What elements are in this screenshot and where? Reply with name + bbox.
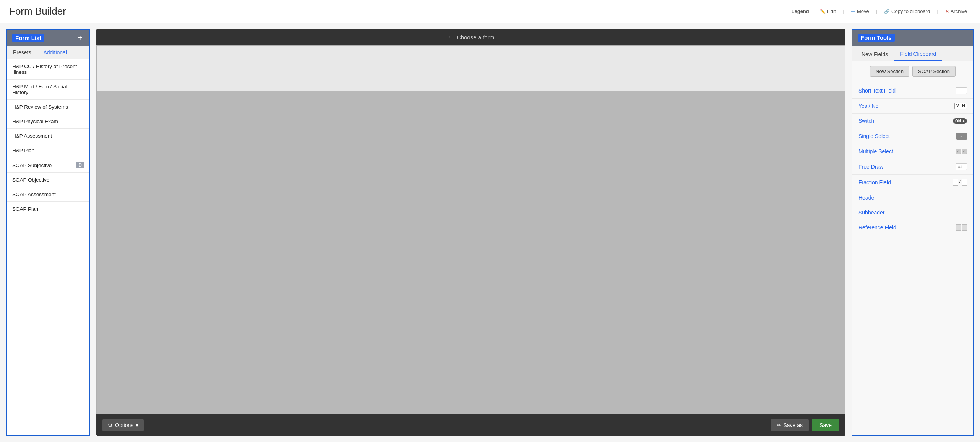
list-item-label: SOAP Assessment <box>12 192 56 197</box>
switch-icon: ON <box>953 118 967 124</box>
app-header: Form Builder Legend: Edit | Move | Copy … <box>0 0 980 23</box>
legend-sep-1: | <box>843 8 844 14</box>
legend-sep-3: | <box>937 8 938 14</box>
legend-clipboard-label: Copy to clipboard <box>891 8 930 14</box>
tab-additional[interactable]: Additional <box>37 46 73 59</box>
list-item-label: H&P Assessment <box>12 133 52 139</box>
section-buttons: New Section SOAP Section <box>852 61 973 81</box>
field-item[interactable]: SwitchON <box>852 114 973 128</box>
field-item-label: Short Text Field <box>858 88 896 94</box>
field-item-label: Switch <box>858 118 874 124</box>
field-item-label: Header <box>858 195 876 201</box>
field-item[interactable]: Single Select✓ <box>852 128 973 144</box>
form-canvas-content[interactable] <box>96 45 845 414</box>
form-canvas-footer: Options ▾ ✏ Save as Save <box>96 414 845 436</box>
tab-new-fields[interactable]: New Fields <box>855 48 894 61</box>
form-canvas-header: ← Choose a form <box>96 29 845 45</box>
list-item-label: H&P Plan <box>12 148 34 153</box>
field-list: Short Text FieldYes / NoYNSwitchONSingle… <box>852 81 973 435</box>
save-as-label: Save as <box>783 422 803 428</box>
field-item[interactable]: Free Draw <box>852 159 973 175</box>
list-item[interactable]: H&P Med / Fam / Social History <box>7 80 89 100</box>
page-title: Form Builder <box>9 5 66 17</box>
legend-label: Legend: <box>792 8 811 14</box>
options-button[interactable]: Options ▾ <box>102 419 144 431</box>
field-item-icon: ✓ <box>956 133 967 140</box>
list-item[interactable]: H&P Physical Exam <box>7 114 89 129</box>
canvas-cell-bottom <box>96 91 845 414</box>
canvas-cell-ml <box>96 68 471 91</box>
field-item[interactable]: Subheader <box>852 205 973 220</box>
field-item-label: Multiple Select <box>858 148 893 154</box>
legend-sep-2: | <box>876 8 877 14</box>
fraction-icon: / <box>953 179 967 186</box>
save-as-button[interactable]: ✏ Save as <box>771 419 809 431</box>
field-item[interactable]: Reference Field-→ <box>852 220 973 235</box>
edit-icon <box>820 8 826 14</box>
reference-icon: -→ <box>956 224 967 231</box>
field-item-icon: YN <box>954 103 967 109</box>
list-item[interactable]: SOAP Assessment <box>7 187 89 202</box>
list-item[interactable]: SOAP Objective <box>7 173 89 187</box>
legend-move-label: Move <box>857 8 869 14</box>
list-item-label: SOAP Subjective <box>12 162 52 168</box>
yes-no-icon: YN <box>954 103 967 109</box>
form-list-tabs: Presets Additional <box>7 46 89 59</box>
canvas-cell-tl <box>96 45 471 68</box>
list-item-badge: D <box>76 162 84 168</box>
multi-select-icon: ✓✓ <box>956 149 967 154</box>
list-item[interactable]: SOAP SubjectiveD <box>7 158 89 173</box>
field-item[interactable]: Header <box>852 190 973 205</box>
legend-move: Move <box>847 7 873 16</box>
left-arrow-icon: ← <box>448 34 454 41</box>
field-item[interactable]: Short Text Field <box>852 83 973 99</box>
list-item[interactable]: H&P Plan <box>7 143 89 158</box>
legend-archive: Archive <box>941 7 971 16</box>
list-item[interactable]: SOAP Plan <box>7 202 89 216</box>
gear-icon <box>108 422 113 428</box>
tab-presets[interactable]: Presets <box>7 46 37 59</box>
options-label: Options <box>115 422 133 428</box>
list-item[interactable]: H&P Assessment <box>7 129 89 143</box>
list-item[interactable]: H&P Review of Systems <box>7 100 89 114</box>
legend-clipboard: Copy to clipboard <box>880 7 934 16</box>
list-item[interactable]: H&P CC / History of Present Illness <box>7 59 89 80</box>
field-item-icon: / <box>953 179 967 186</box>
field-item-label: Reference Field <box>858 224 896 231</box>
list-item-label: SOAP Plan <box>12 206 38 212</box>
legend-edit: Edit <box>816 7 839 16</box>
choose-form-label: Choose a form <box>457 34 494 41</box>
save-button[interactable]: Save <box>812 419 839 431</box>
field-item[interactable]: Multiple Select✓✓ <box>852 144 973 159</box>
list-item-label: H&P CC / History of Present Illness <box>12 63 84 75</box>
form-tools-tabs: New Fields Field Clipboard <box>852 46 973 61</box>
field-item-label: Subheader <box>858 210 885 216</box>
field-item[interactable]: Fraction Field/ <box>852 175 973 190</box>
field-item-icon: ✓✓ <box>956 149 967 154</box>
field-item[interactable]: Yes / NoYN <box>852 99 973 114</box>
new-section-button[interactable]: New Section <box>870 66 909 77</box>
pencil-icon: ✏ <box>777 422 781 428</box>
list-item-label: H&P Physical Exam <box>12 119 58 124</box>
list-item-label: SOAP Objective <box>12 177 49 183</box>
form-tools-title: Form Tools <box>858 34 895 42</box>
field-item-label: Single Select <box>858 133 890 139</box>
move-icon <box>851 8 855 15</box>
soap-section-button[interactable]: SOAP Section <box>912 66 956 77</box>
form-list-title: Form List <box>12 34 44 42</box>
options-dropdown-icon: ▾ <box>136 422 138 428</box>
canvas-cell-tr <box>471 45 845 68</box>
field-item-label: Yes / No <box>858 103 878 109</box>
free-draw-icon <box>956 163 967 170</box>
field-item-label: Fraction Field <box>858 179 891 185</box>
list-item-label: H&P Review of Systems <box>12 104 68 110</box>
form-canvas-panel: ← Choose a form Options ▾ ✏ <box>96 29 845 436</box>
add-form-button[interactable]: + <box>76 34 84 42</box>
tab-field-clipboard[interactable]: Field Clipboard <box>894 48 942 61</box>
archive-icon <box>945 8 949 14</box>
legend-archive-label: Archive <box>951 8 967 14</box>
clipboard-icon <box>884 8 890 14</box>
form-list-header: Form List + <box>7 30 89 46</box>
field-item-icon: -→ <box>956 224 967 231</box>
main-layout: Form List + Presets Additional H&P CC / … <box>0 23 980 442</box>
